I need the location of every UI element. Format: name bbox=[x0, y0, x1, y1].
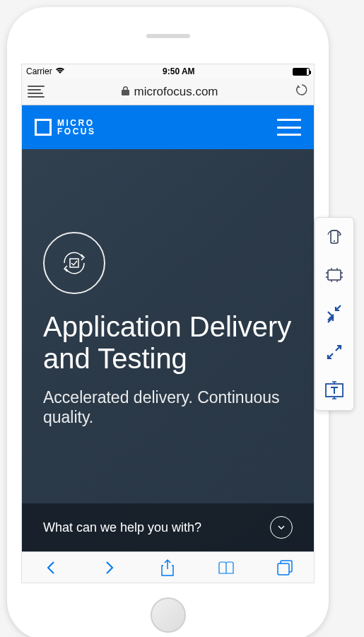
lock-icon bbox=[122, 86, 129, 98]
url-field[interactable]: microfocus.com bbox=[50, 85, 290, 99]
help-prompt-bar[interactable]: What can we help you with? bbox=[22, 503, 314, 551]
chevron-down-icon bbox=[270, 516, 293, 539]
reader-mode-button[interactable] bbox=[28, 86, 45, 98]
logo-mark-icon bbox=[35, 119, 52, 136]
device-frame: Carrier 9:50 AM bbox=[7, 7, 329, 637]
browser-toolbar bbox=[22, 551, 314, 583]
logo-line2: FOCUS bbox=[57, 127, 96, 136]
bookmarks-button[interactable] bbox=[216, 557, 237, 578]
svg-rect-5 bbox=[328, 270, 341, 280]
help-prompt-text: What can we help you with? bbox=[43, 520, 201, 535]
url-text: microfocus.com bbox=[134, 85, 218, 99]
share-button[interactable] bbox=[157, 557, 178, 578]
brand-logo[interactable]: MICRO FOCUS bbox=[35, 119, 96, 136]
browser-address-bar: microfocus.com bbox=[22, 78, 314, 105]
status-left: Carrier bbox=[26, 66, 65, 76]
webpage-content: MICRO FOCUS bbox=[22, 105, 314, 551]
reload-button[interactable] bbox=[295, 83, 308, 100]
clock-label: 9:50 AM bbox=[163, 66, 195, 76]
wifi-icon bbox=[55, 66, 65, 76]
cycle-check-icon bbox=[43, 232, 105, 294]
carrier-label: Carrier bbox=[26, 66, 52, 76]
status-bar: Carrier 9:50 AM bbox=[22, 64, 314, 78]
text-tool-button[interactable] bbox=[323, 379, 346, 402]
back-button[interactable] bbox=[40, 557, 61, 578]
device-screen: Carrier 9:50 AM bbox=[21, 64, 315, 583]
svg-rect-0 bbox=[70, 259, 78, 267]
hero-subtitle: Accelerated delivery. Continuous quality… bbox=[43, 387, 293, 428]
zoom-out-button[interactable] bbox=[323, 303, 346, 325]
hero-section: Application Delivery and Testing Acceler… bbox=[22, 149, 314, 503]
fit-screen-button[interactable] bbox=[323, 264, 346, 287]
battery-icon bbox=[293, 68, 310, 76]
home-button[interactable] bbox=[151, 597, 186, 633]
rotate-device-button[interactable] bbox=[323, 226, 346, 249]
status-right bbox=[293, 68, 310, 76]
forward-button[interactable] bbox=[99, 557, 120, 578]
svg-rect-2 bbox=[278, 563, 289, 575]
menu-button[interactable] bbox=[277, 119, 301, 136]
tabs-button[interactable] bbox=[274, 557, 295, 578]
zoom-in-button[interactable] bbox=[323, 341, 346, 363]
hero-title: Application Delivery and Testing bbox=[43, 311, 293, 375]
logo-text: MICRO FOCUS bbox=[57, 119, 96, 136]
inspector-toolbar bbox=[315, 217, 354, 411]
phone-speaker bbox=[146, 34, 190, 38]
site-header: MICRO FOCUS bbox=[22, 105, 314, 149]
svg-point-4 bbox=[334, 240, 335, 242]
